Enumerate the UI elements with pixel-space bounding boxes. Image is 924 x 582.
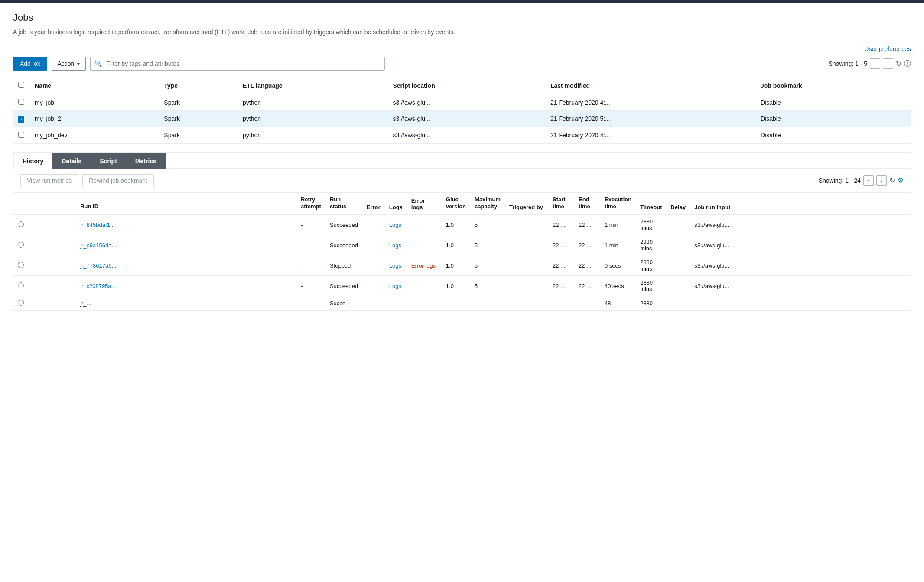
search-box: 🔍	[90, 57, 385, 71]
logs-link[interactable]: Logs	[389, 242, 401, 249]
run-execution-time-cell: 1 min	[600, 214, 636, 235]
tab-details[interactable]: Details	[52, 153, 91, 169]
th-script-location: Script location	[387, 78, 545, 94]
logs-link[interactable]: Logs	[389, 222, 401, 228]
tab-metrics[interactable]: Metrics	[126, 153, 166, 169]
run-radio[interactable]	[18, 262, 24, 268]
row-checkbox-cell[interactable]	[13, 111, 29, 127]
prev-page-button[interactable]: ‹	[870, 58, 880, 69]
row-job-bookmark: Disable	[755, 111, 911, 127]
run-delay-cell	[666, 255, 690, 276]
run-radio-cell[interactable]	[13, 235, 76, 255]
run-radio[interactable]	[18, 242, 24, 248]
row-last-modified: 21 February 2020 5:...	[545, 111, 755, 127]
run-error-cell	[362, 235, 385, 255]
action-button[interactable]: Action	[52, 57, 86, 71]
row-job-bookmark: Disable	[755, 94, 911, 111]
tab-script[interactable]: Script	[91, 153, 126, 169]
select-all-checkbox[interactable]	[18, 82, 24, 88]
run-end-time-cell	[574, 296, 600, 311]
history-showing: Showing: 1 - 24 ‹ › ↻ ⚙	[819, 175, 904, 186]
runs-next-button[interactable]: ›	[876, 175, 887, 186]
run-error-cell	[362, 214, 385, 235]
th-max-capacity: Maximum capacity	[470, 193, 505, 215]
run-radio[interactable]	[18, 300, 24, 306]
run-execution-time-cell: 40 secs	[600, 276, 636, 296]
row-checkbox-cell[interactable]	[13, 127, 29, 143]
run-triggered-by-cell	[505, 235, 548, 255]
run-radio[interactable]	[18, 221, 24, 227]
runs-table: Run ID Retry attempt Run status Error Lo…	[13, 193, 911, 311]
run-status-cell: Stopped	[325, 255, 362, 276]
add-job-button[interactable]: Add job	[13, 57, 47, 71]
run-triggered-by-cell	[505, 214, 548, 235]
runs-prev-button[interactable]: ‹	[863, 175, 874, 186]
run-glue-version-cell	[442, 296, 470, 311]
chevron-down-icon	[77, 63, 80, 65]
table-row: my_job Spark python s3://aws-glu... 21 F…	[13, 94, 911, 111]
run-error-logs-cell: Error logs	[407, 255, 442, 276]
run-id-cell: jr_c208795a...	[76, 276, 296, 296]
run-logs-cell: Logs	[385, 235, 407, 255]
run-error-logs-cell	[407, 296, 442, 311]
run-id-link[interactable]: jr_c208795a...	[80, 283, 116, 289]
th-execution-time: Execution time	[600, 193, 636, 215]
row-checkbox[interactable]	[18, 99, 24, 105]
runs-tbody: jr_845bdaf1... - Succeeded Logs 1.0 5 22…	[13, 214, 911, 311]
tab-history[interactable]: History	[13, 153, 52, 169]
run-id-link[interactable]: jr_845bdaf1...	[80, 222, 115, 228]
error-logs-link[interactable]: Error logs	[411, 262, 436, 269]
refresh-button[interactable]: ↻	[896, 60, 901, 68]
run-radio-cell[interactable]	[13, 214, 76, 235]
next-page-button[interactable]: ›	[883, 58, 893, 69]
row-checkbox[interactable]	[18, 132, 24, 138]
th-error-logs: Error logs	[407, 193, 442, 215]
user-preferences-link[interactable]: User preferences	[865, 45, 911, 52]
help-button[interactable]: ⓘ	[904, 59, 911, 68]
rewind-job-bookmark-button[interactable]: Rewind job bookmark	[82, 174, 154, 187]
run-error-logs-cell	[407, 276, 442, 296]
jobs-tbody: my_job Spark python s3://aws-glu... 21 F…	[13, 94, 911, 143]
view-run-metrics-button[interactable]: View run metrics	[20, 174, 78, 187]
run-id-cell: jr_...	[76, 296, 296, 311]
run-execution-time-cell: 48	[600, 296, 636, 311]
run-error-cell	[362, 276, 385, 296]
run-radio[interactable]	[18, 282, 24, 288]
search-icon: 🔍	[94, 60, 102, 67]
run-job-input-cell	[690, 296, 911, 311]
row-name: my_job_dev	[29, 127, 159, 143]
search-input[interactable]	[90, 57, 385, 71]
run-logs-cell: Logs	[385, 276, 407, 296]
run-radio-cell[interactable]	[13, 255, 76, 276]
row-last-modified: 21 February 2020 4:...	[545, 127, 755, 143]
run-radio-cell[interactable]	[13, 276, 76, 296]
row-checkbox-cell[interactable]	[13, 94, 29, 111]
gear-icon[interactable]: ⚙	[898, 176, 904, 184]
run-id-cell: jr_845bdaf1...	[76, 214, 296, 235]
row-type: Spark	[159, 111, 238, 127]
runs-refresh-button[interactable]: ↻	[889, 176, 895, 184]
run-status-cell: Succeeded	[325, 235, 362, 255]
run-radio-cell[interactable]	[13, 296, 76, 311]
tabs-section: HistoryDetailsScriptMetrics View run met…	[13, 152, 911, 312]
th-timeout: Timeout	[636, 193, 666, 215]
th-start-time: Start time	[548, 193, 574, 215]
runs-table-header: Run ID Retry attempt Run status Error Lo…	[13, 193, 911, 215]
history-showing-label: Showing: 1 - 24	[819, 177, 861, 184]
top-bar	[0, 0, 924, 3]
run-glue-version-cell: 1.0	[442, 235, 470, 255]
checkbox-checked[interactable]	[18, 116, 24, 123]
run-id-link[interactable]: jr_778617a6...	[80, 262, 116, 269]
run-retry-cell: -	[296, 235, 325, 255]
th-job-bookmark: Job bookmark	[755, 78, 911, 94]
run-job-input-cell: s3://aws-glu...	[690, 214, 911, 235]
run-row: jr_845bdaf1... - Succeeded Logs 1.0 5 22…	[13, 214, 911, 235]
logs-link[interactable]: Logs	[389, 283, 401, 289]
run-retry-cell: -	[296, 255, 325, 276]
jobs-table: Name Type ETL language Script location L…	[13, 78, 911, 144]
run-timeout-cell: 2880 mins	[636, 214, 666, 235]
run-delay-cell	[666, 276, 690, 296]
logs-link[interactable]: Logs	[389, 262, 401, 269]
run-glue-version-cell: 1.0	[442, 214, 470, 235]
run-id-link[interactable]: jr_e9a156da...	[80, 242, 116, 249]
